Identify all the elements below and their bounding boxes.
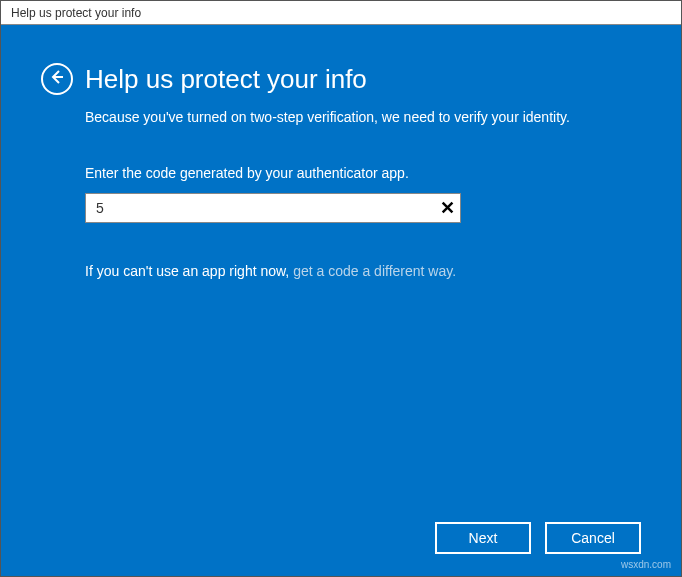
watermark: wsxdn.com (621, 559, 671, 570)
header-row: Help us protect your info (41, 63, 641, 95)
titlebar: Help us protect your info (1, 1, 681, 25)
alt-row: If you can't use an app right now, get a… (85, 263, 641, 279)
cancel-button[interactable]: Cancel (545, 522, 641, 554)
window-title: Help us protect your info (11, 6, 141, 20)
footer-buttons: Next Cancel (435, 522, 641, 554)
back-arrow-icon (49, 69, 65, 89)
body-area: Because you've turned on two-step verifi… (41, 109, 641, 279)
code-label: Enter the code generated by your authent… (85, 165, 641, 181)
back-button[interactable] (41, 63, 73, 95)
subtitle: Because you've turned on two-step verifi… (85, 109, 641, 125)
code-input[interactable] (85, 193, 461, 223)
content-area: Help us protect your info Because you've… (1, 25, 681, 576)
alt-prefix: If you can't use an app right now, (85, 263, 293, 279)
dialog-window: Help us protect your info Help us protec… (0, 0, 682, 577)
code-input-wrap: ✕ (85, 193, 461, 223)
alt-link[interactable]: get a code a different way. (293, 263, 456, 279)
next-button[interactable]: Next (435, 522, 531, 554)
clear-icon[interactable]: ✕ (440, 197, 455, 219)
page-title: Help us protect your info (85, 64, 367, 95)
